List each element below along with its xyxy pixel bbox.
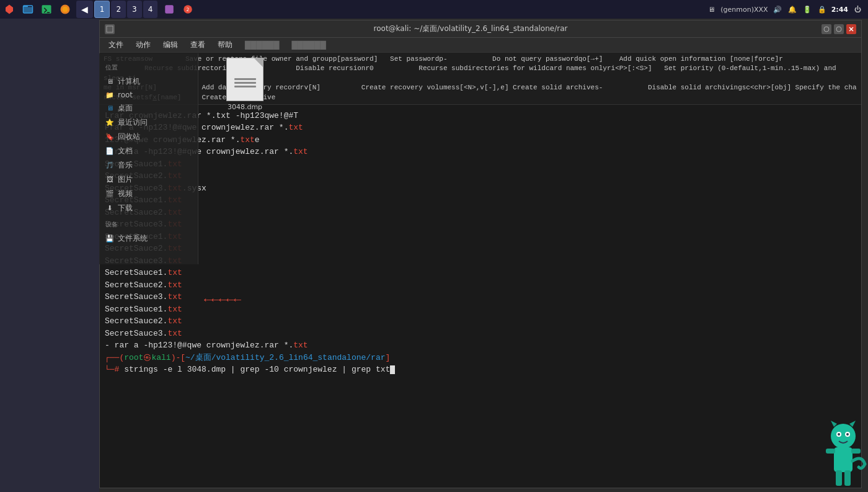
computer-icon: 🖥: [105, 78, 114, 86]
terminal-taskbar-icon[interactable]: [38, 1, 55, 18]
svg-point-7: [63, 7, 68, 12]
svg-point-19: [838, 433, 840, 436]
menu-edit[interactable]: 编辑: [158, 38, 183, 51]
power-icon[interactable]: ⏻: [852, 4, 863, 15]
file-line-1: [234, 78, 256, 80]
menu-extra-1[interactable]: ██████: [240, 40, 284, 51]
sidebar-item-downloads[interactable]: ⬇ 下载: [99, 201, 198, 215]
terminal-line-14: SecretSauce1.txt: [105, 267, 856, 279]
sidebar-label-trash: 回收站: [118, 132, 140, 142]
desktop-btn-4[interactable]: 4: [143, 1, 158, 18]
filesystem-icon: 💾: [105, 235, 114, 243]
terminal-line-9: SecretSauce2.txt: [105, 207, 856, 219]
sidebar-item-music[interactable]: 🎵 音乐: [99, 158, 198, 172]
terminal-command-line: └─# strings -e l 3048.dmp | grep -10 cro…: [105, 364, 856, 376]
sidebar-item-documents[interactable]: 📄 文档: [99, 144, 198, 158]
videos-icon: 🎬: [105, 190, 114, 199]
recent-icon: ⭐: [105, 119, 114, 127]
menu-help[interactable]: 帮助: [213, 38, 237, 51]
sidebar-item-filesystem[interactable]: 💾 文件系统: [99, 231, 198, 246]
notification-icon[interactable]: 2: [179, 1, 197, 18]
genmon-label: (genmon)XXX: [720, 6, 768, 14]
svg-rect-26: [826, 449, 835, 454]
desktop-switcher: ◀ 1 2 3 4: [76, 1, 158, 18]
file-line-2: [234, 82, 256, 84]
desktop-btn-arrow[interactable]: ◀: [76, 1, 93, 18]
terminal-line-5: SecretSauce1.txt: [105, 158, 856, 171]
svg-marker-0: [6, 5, 13, 14]
sidebar-item-desktop[interactable]: 🖥 桌面: [99, 101, 198, 115]
sidebar-label-filesystem: 文件系统: [118, 233, 148, 244]
terminal-line-3: 123!@#qwe crownjewlez.rar *.txte: [105, 134, 856, 146]
sidebar-item-videos[interactable]: 🎬 视频: [99, 187, 198, 201]
firefox-icon[interactable]: [56, 1, 74, 18]
battery-icon[interactable]: 🔋: [802, 4, 813, 15]
menu-view[interactable]: 查看: [185, 38, 210, 51]
file-sidebar: 位置 🖥 计算机 📁 root 🖥 桌面 ⭐ 最近访问 🔖 回收站 📄 文档 🎵…: [99, 53, 198, 264]
terminal-line-2: Prar a -hp123!@#qwe crownjewlez.rar *.tx…: [105, 122, 856, 134]
sidebar-item-trash[interactable]: 🔖 回收站: [99, 130, 198, 144]
window-icon-btn: [105, 24, 115, 34]
dmp-file-icon[interactable]: [226, 58, 264, 101]
file-manager-icon[interactable]: [19, 1, 37, 18]
taskbar: ◀ 1 2 3 4 2 🖥 (genmon)XXX 🔊 🔔 🔋 🔒 2:44 ⏻: [0, 0, 868, 19]
sidebar-label-music: 音乐: [118, 160, 133, 171]
downloads-icon: ⬇: [105, 204, 114, 213]
window-controls-left: [105, 24, 115, 34]
bell-icon[interactable]: 🔔: [787, 4, 798, 15]
desktop-icon: 🖥: [105, 104, 114, 113]
terminal-line-20: - rar a -hp123!@#qwe crownjewlez.rar *.t…: [105, 339, 856, 352]
cursor: [390, 365, 395, 374]
svg-rect-27: [851, 449, 861, 454]
svg-text:2: 2: [187, 7, 190, 12]
sidebar-item-recent[interactable]: ⭐ 最近访问: [99, 115, 198, 130]
svg-rect-3: [24, 7, 33, 13]
mascot-character: [818, 418, 868, 492]
maximize-button[interactable]: [822, 24, 831, 34]
main-area: Lrar crownjewlez.rar *.txt -hp123qwe!@#T…: [100, 105, 861, 488]
kali-dragon-icon[interactable]: [1, 1, 18, 18]
documents-icon: 📄: [105, 147, 114, 156]
svg-rect-25: [844, 470, 851, 486]
taskbar-right: 🖥 (genmon)XXX 🔊 🔔 🔋 🔒 2:44 ⏻: [706, 4, 868, 15]
menu-file[interactable]: 文件: [104, 38, 128, 51]
app-icon-5[interactable]: [161, 1, 178, 18]
svg-marker-21: [831, 421, 837, 427]
desktop-btn-1[interactable]: 1: [94, 1, 110, 18]
sidebar-label-recent: 最近访问: [118, 117, 148, 128]
svg-rect-8: [166, 5, 174, 14]
file-lines: [234, 78, 256, 87]
sidebar-label-root: root: [118, 91, 133, 99]
desktop-btn-2[interactable]: 2: [111, 1, 126, 18]
window-title: root@kali: ~/桌面/volatility_2.6_lin64_sta…: [120, 24, 822, 34]
maximize-button-2[interactable]: [834, 24, 844, 34]
svg-rect-24: [836, 470, 842, 486]
svg-rect-11: [107, 26, 113, 32]
sidebar-section-places: 位置: [99, 61, 198, 74]
menu-extra-2[interactable]: ██████: [286, 40, 330, 51]
monitor-icon[interactable]: 🖥: [706, 4, 717, 15]
svg-point-20: [846, 433, 849, 436]
volume-icon[interactable]: 🔊: [772, 4, 783, 15]
svg-marker-22: [849, 421, 856, 427]
desktop-btn-3[interactable]: 3: [127, 1, 142, 18]
clock: 2:44: [831, 6, 848, 14]
sidebar-item-root[interactable]: 📁 root: [99, 89, 198, 101]
sidebar-label-computer: 计算机: [118, 76, 140, 87]
trash-icon: 🔖: [105, 133, 114, 141]
close-button[interactable]: [846, 24, 856, 34]
menu-actions[interactable]: 动作: [131, 38, 156, 51]
file-corner: [254, 58, 263, 67]
sidebar-item-pictures[interactable]: 🖼 图片: [99, 172, 198, 187]
terminal-line-11: SecretSauce1.txt: [105, 231, 856, 243]
terminal-line-18: SecretSauce2.txt: [105, 315, 856, 328]
svg-point-12: [824, 27, 829, 32]
red-arrow: ←←←←←: [204, 291, 241, 310]
file-line-3: [234, 86, 256, 87]
sidebar-label-downloads: 下载: [118, 203, 133, 213]
sidebar-label-pictures: 图片: [118, 174, 133, 185]
sidebar-item-computer[interactable]: 🖥 计算机: [99, 74, 198, 89]
terminal-output[interactable]: Lrar crownjewlez.rar *.txt -hp123qwe!@#T…: [100, 105, 861, 488]
lock-icon[interactable]: 🔒: [817, 4, 828, 15]
file-name-label: 3048.dmp: [228, 103, 262, 111]
